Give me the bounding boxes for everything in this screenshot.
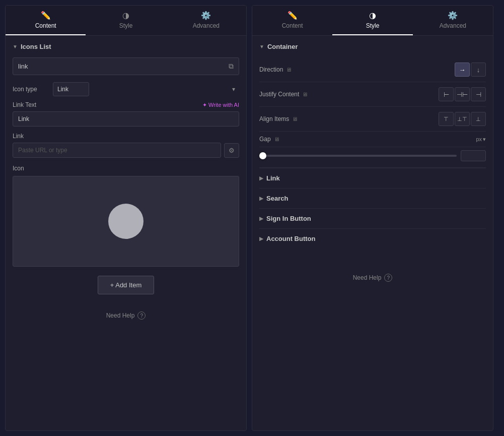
halfcircle-icon-right: ◑ xyxy=(369,11,376,20)
pencil-icon-left: ✏️ xyxy=(41,11,51,20)
tab-advanced-label-right: Advanced xyxy=(440,22,466,29)
right-tab-bar: ✏️ Content ◑ Style ⚙️ Advanced xyxy=(252,6,493,36)
tab-style-label-right: Style xyxy=(366,22,380,29)
left-tab-bar: ✏️ Content ◑ Style ⚙️ Advanced xyxy=(6,6,246,36)
container-section-header[interactable]: ▼ Container xyxy=(259,43,486,50)
search-section: ▶ Search xyxy=(259,188,486,208)
justify-content-btn-group: ⊢ ⊣⊢ ⊣ xyxy=(439,87,486,101)
signin-section: ▶ Sign In Button xyxy=(259,208,486,228)
account-section-label: Account Button xyxy=(266,235,315,242)
need-help-right[interactable]: Need Help ? xyxy=(259,269,486,287)
align-items-row: Align Items 🖥 ⊤ ⊥⊤ ⊥ xyxy=(259,107,486,132)
gap-row: Gap 🖥 px ▾ xyxy=(259,132,486,147)
link-section-label: Link xyxy=(266,174,280,182)
direction-monitor-icon: 🖥 xyxy=(286,67,292,73)
list-item-label: link xyxy=(18,63,28,70)
tab-content-right[interactable]: ✏️ Content xyxy=(252,6,332,35)
search-section-label: Search xyxy=(266,195,288,202)
link-section: ▶ Link xyxy=(259,168,486,188)
gap-slider-track[interactable] xyxy=(259,155,457,157)
need-help-left[interactable]: Need Help ? xyxy=(13,306,239,325)
account-section: ▶ Account Button xyxy=(259,228,486,248)
link-section-header[interactable]: ▶ Link xyxy=(259,174,486,182)
left-panel-content: ▼ Icons List link ⧉ Icon type Link Icon … xyxy=(6,36,246,430)
icon-type-select-wrapper: Link Icon Image xyxy=(53,82,239,96)
gap-monitor-icon: 🖥 xyxy=(274,136,279,142)
align-items-label-group: Align Items 🖥 xyxy=(259,115,298,122)
search-section-header[interactable]: ▶ Search xyxy=(259,195,486,202)
gap-label-group: Gap 🖥 xyxy=(259,136,279,143)
link-field-label: Link xyxy=(13,133,239,140)
icon-type-row: Icon type Link Icon Image xyxy=(13,82,239,96)
icon-type-select[interactable]: Link Icon Image xyxy=(53,82,89,96)
align-items-btn-group: ⊤ ⊥⊤ ⊥ xyxy=(439,112,486,126)
tab-advanced-left[interactable]: ⚙️ Advanced xyxy=(166,6,246,35)
link-section-arrow: ▶ xyxy=(259,175,263,181)
copy-icon[interactable]: ⧉ xyxy=(229,62,234,71)
help-circle-icon-right: ? xyxy=(384,274,392,282)
direction-btn-group: → ↓ xyxy=(455,63,486,77)
direction-row: Direction 🖥 → ↓ xyxy=(259,57,486,82)
account-section-arrow: ▶ xyxy=(259,236,263,241)
gap-value-input[interactable] xyxy=(461,150,486,161)
list-item: link ⧉ xyxy=(13,57,239,75)
icon-field-label: Icon xyxy=(13,165,239,172)
justify-content-row: Justify Content 🖥 ⊢ ⊣⊢ ⊣ xyxy=(259,82,486,107)
tab-content-label-right: Content xyxy=(282,22,303,29)
signin-section-label: Sign In Button xyxy=(266,215,311,222)
icon-preview-area xyxy=(13,176,239,267)
link-text-label: Link Text xyxy=(13,101,53,108)
justify-start-button[interactable]: ⊢ xyxy=(439,87,454,101)
gap-slider-thumb[interactable] xyxy=(259,152,266,159)
tab-style-label-left: Style xyxy=(119,22,133,29)
tab-advanced-label-left: Advanced xyxy=(193,22,220,29)
container-arrow: ▼ xyxy=(259,44,264,49)
halfcircle-icon-left: ◑ xyxy=(122,11,129,20)
justify-content-monitor-icon: 🖥 xyxy=(302,91,308,97)
gap-unit-label: px xyxy=(476,136,482,142)
help-circle-icon-left: ? xyxy=(137,312,146,320)
add-item-button[interactable]: + Add Item xyxy=(98,276,155,294)
icons-list-title: Icons List xyxy=(21,43,51,50)
tab-style-left[interactable]: ◑ Style xyxy=(86,6,166,35)
tab-style-right[interactable]: ◑ Style xyxy=(332,6,412,35)
tab-content-label-left: Content xyxy=(35,22,56,29)
link-url-input[interactable] xyxy=(13,143,221,158)
justify-end-button[interactable]: ⊣ xyxy=(471,87,486,101)
icon-circle-preview xyxy=(108,204,143,239)
left-panel: ✏️ Content ◑ Style ⚙️ Advanced ▼ Icons L… xyxy=(5,5,247,431)
justify-center-button[interactable]: ⊣⊢ xyxy=(455,87,470,101)
need-help-label-right: Need Help xyxy=(353,274,382,281)
link-text-input[interactable] xyxy=(13,111,239,127)
signin-section-header[interactable]: ▶ Sign In Button xyxy=(259,215,486,222)
icon-type-label: Icon type xyxy=(13,86,53,93)
right-panel-content: ▼ Container Direction 🖥 → ↓ Justify Cont… xyxy=(252,36,493,430)
write-ai-button[interactable]: ✦ Write with AI xyxy=(202,102,239,108)
gear-icon-right: ⚙️ xyxy=(448,11,458,20)
gap-unit-dropdown[interactable]: px ▾ xyxy=(476,136,486,143)
direction-vertical-button[interactable]: ↓ xyxy=(471,63,486,77)
align-bottom-button[interactable]: ⊥ xyxy=(471,112,486,126)
align-top-button[interactable]: ⊤ xyxy=(439,112,454,126)
pencil-icon-right: ✏️ xyxy=(287,11,298,20)
gap-label: Gap xyxy=(259,136,271,143)
justify-content-label: Justify Content xyxy=(259,91,299,98)
tab-content-left[interactable]: ✏️ Content xyxy=(6,6,86,35)
link-text-header: Link Text ✦ Write with AI xyxy=(13,101,239,108)
icons-list-arrow: ▼ xyxy=(13,44,18,49)
tab-advanced-right[interactable]: ⚙️ Advanced xyxy=(413,6,493,35)
direction-label-group: Direction 🖥 xyxy=(259,66,292,73)
align-middle-button[interactable]: ⊥⊤ xyxy=(455,112,470,126)
icons-list-section-header[interactable]: ▼ Icons List xyxy=(13,43,239,50)
search-section-arrow: ▶ xyxy=(259,196,263,201)
link-input-row: ⚙ xyxy=(13,143,239,158)
align-items-label: Align Items xyxy=(259,115,289,122)
need-help-label-left: Need Help xyxy=(106,312,135,319)
account-section-header[interactable]: ▶ Account Button xyxy=(259,235,486,242)
container-title: Container xyxy=(267,43,298,50)
right-panel: ✏️ Content ◑ Style ⚙️ Advanced ▼ Contain… xyxy=(252,5,493,431)
gap-slider-row xyxy=(259,147,486,168)
align-items-monitor-icon: 🖥 xyxy=(292,116,298,122)
direction-horizontal-button[interactable]: → xyxy=(455,63,470,77)
link-settings-button[interactable]: ⚙ xyxy=(224,143,239,158)
